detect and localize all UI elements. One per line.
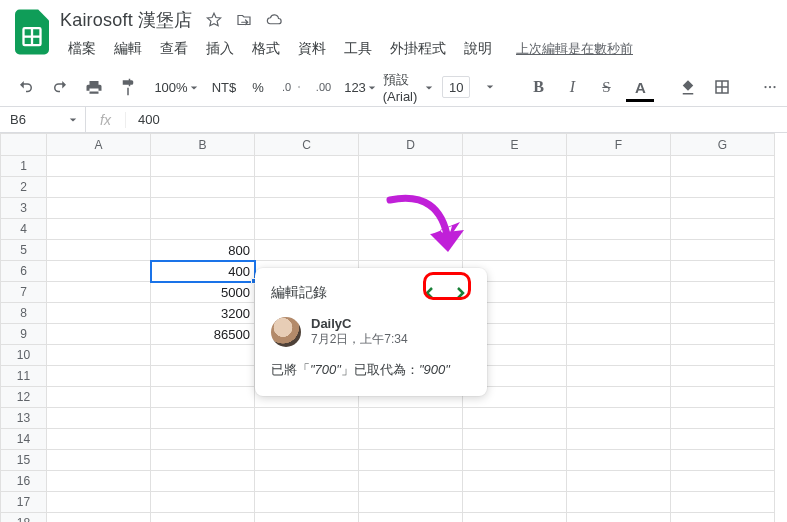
cell-E16[interactable] (463, 471, 567, 492)
history-prev-button[interactable] (419, 282, 441, 304)
text-color-button[interactable]: A (626, 74, 654, 100)
cell-A18[interactable] (47, 513, 151, 523)
cell-G9[interactable] (671, 324, 775, 345)
cell-G18[interactable] (671, 513, 775, 523)
inc-decimal-button[interactable]: .00 (312, 74, 340, 100)
cell-A5[interactable] (47, 240, 151, 261)
cell-G17[interactable] (671, 492, 775, 513)
cell-E15[interactable] (463, 450, 567, 471)
cell-G6[interactable] (671, 261, 775, 282)
cell-C3[interactable] (255, 198, 359, 219)
name-box[interactable]: B6 (0, 107, 86, 132)
cell-G3[interactable] (671, 198, 775, 219)
menu-data[interactable]: 資料 (290, 36, 334, 62)
cell-F12[interactable] (567, 387, 671, 408)
cell-G2[interactable] (671, 177, 775, 198)
fill-color-button[interactable] (674, 74, 702, 100)
cell-F2[interactable] (567, 177, 671, 198)
borders-button[interactable] (708, 74, 736, 100)
row-header[interactable]: 7 (1, 282, 47, 303)
formula-bar[interactable]: 400 (126, 112, 787, 127)
cell-F1[interactable] (567, 156, 671, 177)
row-header[interactable]: 4 (1, 219, 47, 240)
cell-G13[interactable] (671, 408, 775, 429)
cell-D14[interactable] (359, 429, 463, 450)
cell-G10[interactable] (671, 345, 775, 366)
row-header[interactable]: 10 (1, 345, 47, 366)
cell-B6[interactable]: 400 (151, 261, 255, 282)
cell-G14[interactable] (671, 429, 775, 450)
cell-F3[interactable] (567, 198, 671, 219)
cell-E3[interactable] (463, 198, 567, 219)
column-header[interactable]: C (255, 134, 359, 156)
cell-A9[interactable] (47, 324, 151, 345)
cell-B14[interactable] (151, 429, 255, 450)
cell-B8[interactable]: 3200 (151, 303, 255, 324)
cell-F13[interactable] (567, 408, 671, 429)
cell-F11[interactable] (567, 366, 671, 387)
cell-A16[interactable] (47, 471, 151, 492)
menu-addons[interactable]: 外掛程式 (382, 36, 454, 62)
number-format-select[interactable]: 123 (346, 74, 374, 100)
cell-B10[interactable] (151, 345, 255, 366)
row-header[interactable]: 14 (1, 429, 47, 450)
cell-C2[interactable] (255, 177, 359, 198)
row-header[interactable]: 15 (1, 450, 47, 471)
row-header[interactable]: 6 (1, 261, 47, 282)
cell-B13[interactable] (151, 408, 255, 429)
sheets-logo[interactable] (14, 8, 50, 56)
cell-B18[interactable] (151, 513, 255, 523)
cell-A2[interactable] (47, 177, 151, 198)
row-header[interactable]: 13 (1, 408, 47, 429)
cell-G16[interactable] (671, 471, 775, 492)
cell-D1[interactable] (359, 156, 463, 177)
star-icon[interactable] (205, 11, 223, 29)
cell-A15[interactable] (47, 450, 151, 471)
column-header[interactable]: E (463, 134, 567, 156)
cell-B11[interactable] (151, 366, 255, 387)
row-header[interactable]: 3 (1, 198, 47, 219)
cell-C14[interactable] (255, 429, 359, 450)
cell-D4[interactable] (359, 219, 463, 240)
column-header[interactable]: G (671, 134, 775, 156)
cell-F5[interactable] (567, 240, 671, 261)
cell-B12[interactable] (151, 387, 255, 408)
bold-button[interactable]: B (524, 74, 552, 100)
row-header[interactable]: 11 (1, 366, 47, 387)
cell-D16[interactable] (359, 471, 463, 492)
cell-F7[interactable] (567, 282, 671, 303)
zoom-select[interactable]: 100% (162, 74, 190, 100)
cell-D13[interactable] (359, 408, 463, 429)
last-edit-link[interactable]: 上次編輯是在數秒前 (516, 40, 633, 58)
cell-C18[interactable] (255, 513, 359, 523)
cell-C16[interactable] (255, 471, 359, 492)
currency-button[interactable]: NT$ (210, 74, 238, 100)
cell-E4[interactable] (463, 219, 567, 240)
cell-F15[interactable] (567, 450, 671, 471)
cell-D5[interactable] (359, 240, 463, 261)
cell-B9[interactable]: 86500 (151, 324, 255, 345)
cloud-status-icon[interactable] (265, 11, 283, 29)
row-header[interactable]: 8 (1, 303, 47, 324)
more-toolbar-button[interactable] (756, 74, 784, 100)
cell-F17[interactable] (567, 492, 671, 513)
row-header[interactable]: 9 (1, 324, 47, 345)
row-header[interactable]: 5 (1, 240, 47, 261)
row-header[interactable]: 16 (1, 471, 47, 492)
column-header[interactable]: A (47, 134, 151, 156)
cell-E14[interactable] (463, 429, 567, 450)
cell-E1[interactable] (463, 156, 567, 177)
cell-D3[interactable] (359, 198, 463, 219)
cell-B5[interactable]: 800 (151, 240, 255, 261)
cell-G5[interactable] (671, 240, 775, 261)
menu-insert[interactable]: 插入 (198, 36, 242, 62)
cell-A1[interactable] (47, 156, 151, 177)
history-next-button[interactable] (449, 282, 471, 304)
cell-D15[interactable] (359, 450, 463, 471)
cell-G12[interactable] (671, 387, 775, 408)
cell-D18[interactable] (359, 513, 463, 523)
move-icon[interactable] (235, 11, 253, 29)
paint-format-button[interactable] (114, 74, 142, 100)
print-button[interactable] (80, 74, 108, 100)
cell-F14[interactable] (567, 429, 671, 450)
